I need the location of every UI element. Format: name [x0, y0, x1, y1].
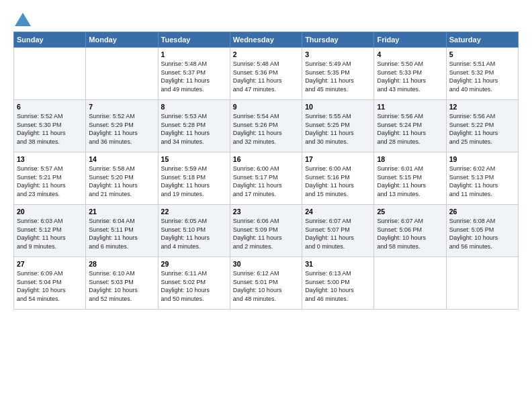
calendar-week-row: 27Sunrise: 6:09 AM Sunset: 5:04 PM Dayli… [14, 257, 519, 310]
day-info: Sunrise: 5:48 AM Sunset: 5:36 PM Dayligh… [233, 60, 299, 93]
header [13, 11, 519, 25]
day-number: 27 [17, 260, 83, 268]
calendar-page: SundayMondayTuesdayWednesdayThursdayFrid… [0, 0, 532, 411]
calendar-cell: 12Sunrise: 5:56 AM Sunset: 5:22 PM Dayli… [446, 100, 518, 152]
calendar-cell: 19Sunrise: 6:02 AM Sunset: 5:13 PM Dayli… [446, 152, 518, 205]
day-info: Sunrise: 6:05 AM Sunset: 5:10 PM Dayligh… [161, 217, 227, 250]
day-number: 18 [377, 155, 443, 163]
day-number: 31 [305, 260, 371, 268]
calendar-cell: 27Sunrise: 6:09 AM Sunset: 5:04 PM Dayli… [14, 257, 86, 310]
day-number: 2 [233, 50, 299, 58]
calendar-table: SundayMondayTuesdayWednesdayThursdayFrid… [13, 32, 519, 310]
column-header-tuesday: Tuesday [158, 32, 230, 48]
calendar-cell: 4Sunrise: 5:50 AM Sunset: 5:33 PM Daylig… [374, 48, 446, 100]
day-number: 17 [305, 155, 371, 163]
day-info: Sunrise: 5:52 AM Sunset: 5:29 PM Dayligh… [89, 112, 154, 146]
day-number: 22 [161, 208, 227, 216]
logo-icon [15, 13, 31, 26]
day-info: Sunrise: 6:07 AM Sunset: 5:07 PM Dayligh… [305, 217, 371, 250]
day-number: 24 [305, 208, 371, 216]
calendar-week-row: 20Sunrise: 6:03 AM Sunset: 5:12 PM Dayli… [14, 205, 519, 257]
day-number: 11 [377, 103, 443, 111]
logo-text [13, 11, 31, 26]
day-number: 12 [449, 103, 515, 111]
calendar-cell: 18Sunrise: 6:01 AM Sunset: 5:15 PM Dayli… [374, 152, 446, 205]
day-number: 16 [233, 155, 299, 163]
column-header-sunday: Sunday [14, 32, 86, 48]
calendar-cell: 9Sunrise: 5:54 AM Sunset: 5:26 PM Daylig… [230, 100, 302, 152]
column-header-saturday: Saturday [446, 32, 518, 48]
calendar-cell: 6Sunrise: 5:52 AM Sunset: 5:30 PM Daylig… [14, 100, 86, 152]
day-number: 28 [89, 260, 154, 268]
calendar-cell: 8Sunrise: 5:53 AM Sunset: 5:28 PM Daylig… [158, 100, 230, 152]
day-info: Sunrise: 6:03 AM Sunset: 5:12 PM Dayligh… [17, 217, 83, 250]
day-info: Sunrise: 5:50 AM Sunset: 5:33 PM Dayligh… [377, 60, 443, 93]
calendar-week-row: 13Sunrise: 5:57 AM Sunset: 5:21 PM Dayli… [14, 152, 519, 205]
column-header-wednesday: Wednesday [230, 32, 302, 48]
calendar-cell: 29Sunrise: 6:11 AM Sunset: 5:02 PM Dayli… [158, 257, 230, 310]
day-info: Sunrise: 5:55 AM Sunset: 5:25 PM Dayligh… [305, 112, 371, 146]
day-number: 4 [377, 50, 443, 58]
day-number: 6 [17, 103, 83, 111]
day-number: 3 [305, 50, 371, 58]
day-info: Sunrise: 5:57 AM Sunset: 5:21 PM Dayligh… [17, 165, 83, 198]
day-number: 29 [161, 260, 227, 268]
calendar-cell: 25Sunrise: 6:07 AM Sunset: 5:06 PM Dayli… [374, 205, 446, 257]
calendar-cell [446, 257, 518, 310]
calendar-cell: 7Sunrise: 5:52 AM Sunset: 5:29 PM Daylig… [86, 100, 158, 152]
day-info: Sunrise: 5:56 AM Sunset: 5:24 PM Dayligh… [377, 112, 443, 146]
day-info: Sunrise: 5:49 AM Sunset: 5:35 PM Dayligh… [305, 60, 371, 93]
calendar-cell: 1Sunrise: 5:48 AM Sunset: 5:37 PM Daylig… [158, 48, 230, 100]
day-info: Sunrise: 6:04 AM Sunset: 5:11 PM Dayligh… [89, 217, 154, 250]
day-number: 9 [233, 103, 299, 111]
calendar-cell: 31Sunrise: 6:13 AM Sunset: 5:00 PM Dayli… [302, 257, 374, 310]
day-number: 13 [17, 155, 83, 163]
calendar-cell: 23Sunrise: 6:06 AM Sunset: 5:09 PM Dayli… [230, 205, 302, 257]
calendar-cell: 13Sunrise: 5:57 AM Sunset: 5:21 PM Dayli… [14, 152, 86, 205]
column-header-friday: Friday [374, 32, 446, 48]
calendar-cell: 15Sunrise: 5:59 AM Sunset: 5:18 PM Dayli… [158, 152, 230, 205]
calendar-cell: 2Sunrise: 5:48 AM Sunset: 5:36 PM Daylig… [230, 48, 302, 100]
calendar-cell: 22Sunrise: 6:05 AM Sunset: 5:10 PM Dayli… [158, 205, 230, 257]
day-info: Sunrise: 6:00 AM Sunset: 5:16 PM Dayligh… [305, 165, 371, 198]
day-info: Sunrise: 6:12 AM Sunset: 5:01 PM Dayligh… [233, 269, 299, 303]
day-info: Sunrise: 6:08 AM Sunset: 5:05 PM Dayligh… [449, 217, 515, 250]
day-info: Sunrise: 6:00 AM Sunset: 5:17 PM Dayligh… [233, 165, 299, 198]
day-number: 7 [89, 103, 154, 111]
day-info: Sunrise: 6:10 AM Sunset: 5:03 PM Dayligh… [89, 269, 154, 303]
calendar-cell: 17Sunrise: 6:00 AM Sunset: 5:16 PM Dayli… [302, 152, 374, 205]
day-info: Sunrise: 6:07 AM Sunset: 5:06 PM Dayligh… [377, 217, 443, 250]
day-info: Sunrise: 6:01 AM Sunset: 5:15 PM Dayligh… [377, 165, 443, 198]
calendar-week-row: 6Sunrise: 5:52 AM Sunset: 5:30 PM Daylig… [14, 100, 519, 152]
column-header-thursday: Thursday [302, 32, 374, 48]
calendar-cell: 10Sunrise: 5:55 AM Sunset: 5:25 PM Dayli… [302, 100, 374, 152]
calendar-cell [14, 48, 86, 100]
day-number: 20 [17, 208, 83, 216]
day-info: Sunrise: 5:48 AM Sunset: 5:37 PM Dayligh… [161, 60, 227, 93]
calendar-cell: 14Sunrise: 5:58 AM Sunset: 5:20 PM Dayli… [86, 152, 158, 205]
calendar-cell: 3Sunrise: 5:49 AM Sunset: 5:35 PM Daylig… [302, 48, 374, 100]
day-info: Sunrise: 5:52 AM Sunset: 5:30 PM Dayligh… [17, 112, 83, 146]
day-number: 23 [233, 208, 299, 216]
day-info: Sunrise: 5:58 AM Sunset: 5:20 PM Dayligh… [89, 165, 154, 198]
calendar-week-row: 1Sunrise: 5:48 AM Sunset: 5:37 PM Daylig… [14, 48, 519, 100]
day-info: Sunrise: 6:11 AM Sunset: 5:02 PM Dayligh… [161, 269, 227, 303]
day-info: Sunrise: 6:06 AM Sunset: 5:09 PM Dayligh… [233, 217, 299, 250]
svg-marker-0 [15, 13, 31, 26]
day-number: 1 [161, 50, 227, 58]
calendar-cell: 30Sunrise: 6:12 AM Sunset: 5:01 PM Dayli… [230, 257, 302, 310]
calendar-cell [374, 257, 446, 310]
calendar-cell: 20Sunrise: 6:03 AM Sunset: 5:12 PM Dayli… [14, 205, 86, 257]
day-info: Sunrise: 5:51 AM Sunset: 5:32 PM Dayligh… [449, 60, 515, 93]
day-info: Sunrise: 6:13 AM Sunset: 5:00 PM Dayligh… [305, 269, 371, 303]
day-number: 30 [233, 260, 299, 268]
logo-area [13, 11, 31, 25]
calendar-cell: 28Sunrise: 6:10 AM Sunset: 5:03 PM Dayli… [86, 257, 158, 310]
calendar-header-row: SundayMondayTuesdayWednesdayThursdayFrid… [14, 32, 519, 48]
day-number: 26 [449, 208, 515, 216]
day-info: Sunrise: 5:53 AM Sunset: 5:28 PM Dayligh… [161, 112, 227, 146]
day-number: 15 [161, 155, 227, 163]
day-number: 8 [161, 103, 227, 111]
calendar-cell: 24Sunrise: 6:07 AM Sunset: 5:07 PM Dayli… [302, 205, 374, 257]
calendar-cell: 5Sunrise: 5:51 AM Sunset: 5:32 PM Daylig… [446, 48, 518, 100]
